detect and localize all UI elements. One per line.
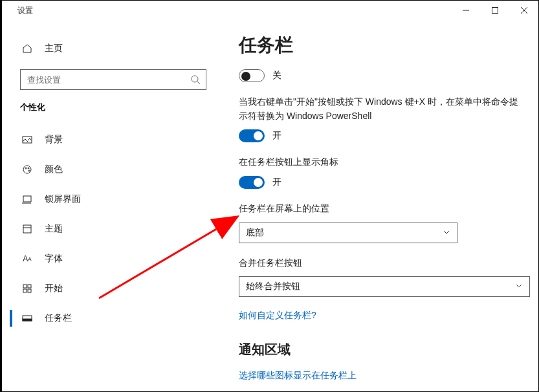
subsection-title: 通知区域 [239,341,523,358]
svg-rect-1 [492,8,498,14]
setting-combine: 合并任务栏按钮 始终合并按钮 [239,256,523,298]
svg-point-8 [25,168,27,169]
dropdown-taskbar-position[interactable]: 底部 [239,223,457,243]
toggle-label: 开 [272,130,281,142]
nav-item-label: 任务栏 [45,312,72,324]
setting-toggle-off-block: 关 [239,69,523,82]
svg-point-9 [28,168,29,169]
svg-rect-20 [23,319,32,321]
search-box[interactable] [20,69,206,90]
nav-item-background[interactable]: 背景 [10,125,216,155]
taskbar-icon [20,313,34,323]
lockscreen-icon [20,194,34,204]
setting-powershell: 当我右键单击"开始"按钮或按下 Windows 键+X 时，在菜单中将命令提示符… [239,95,523,142]
dropdown-combine-buttons[interactable]: 始终合并按钮 [239,276,530,297]
picture-icon [20,135,34,145]
toggle-powershell[interactable] [239,129,265,142]
svg-rect-18 [28,289,31,292]
page-title: 任务栏 [239,33,523,58]
search-icon [190,74,201,87]
setting-position: 任务栏在屏幕上的位置 底部 [239,202,523,243]
palette-icon [20,164,34,175]
toggle-label: 关 [272,70,281,82]
startmenu-icon [20,283,34,294]
nav-section-title: 个性化 [10,102,216,125]
chevron-down-icon [515,281,523,292]
svg-rect-16 [28,285,31,288]
link-customize-taskbar[interactable]: 如何自定义任务栏? [239,310,316,320]
setting-desc: 任务栏在屏幕上的位置 [239,202,523,216]
home-icon [20,43,34,54]
minimize-button[interactable] [451,1,480,20]
nav-item-label: 主题 [45,223,63,235]
close-button[interactable] [509,1,538,20]
nav-item-start[interactable]: 开始 [10,274,216,303]
svg-rect-15 [23,285,27,288]
toggle-label: 开 [272,177,281,188]
settings-window: 设置 主页 [10,1,538,391]
setting-badges: 在任务栏按钮上显示角标 开 [239,155,523,189]
link-select-icons[interactable]: 选择哪些图标显示在任务栏上 [239,370,357,380]
setting-desc: 当我右键单击"开始"按钮或按下 Windows 键+X 时，在菜单中将命令提示符… [239,95,523,123]
window-controls [451,1,538,20]
nav-item-label: 颜色 [45,164,63,175]
theme-icon [20,224,34,234]
setting-desc: 在任务栏按钮上显示角标 [239,155,523,169]
nav-item-fonts[interactable]: AA 字体 [10,244,216,274]
outer-frame: 设置 主页 [0,0,539,392]
nav-home[interactable]: 主页 [10,36,216,61]
font-icon: AA [20,254,34,263]
chevron-down-icon [443,228,450,238]
nav-item-label: 开始 [45,283,63,294]
window-body: 主页 个性化 背景 颜色 [10,20,538,391]
nav-item-taskbar[interactable]: 任务栏 [10,303,216,333]
svg-line-5 [197,82,200,84]
search-wrap [10,69,216,102]
maximize-button[interactable] [480,1,509,20]
content-pane: 任务栏 关 当我右键单击"开始"按钮或按下 Windows 键+X 时，在菜单中… [217,20,538,391]
dropdown-value: 底部 [246,227,264,239]
nav-home-label: 主页 [45,43,63,54]
window-title: 设置 [10,5,33,16]
svg-rect-11 [23,196,31,202]
left-nav: 主页 个性化 背景 颜色 [10,20,217,391]
dropdown-value: 始终合并按钮 [246,281,300,292]
nav-item-lockscreen[interactable]: 锁屏界面 [10,184,216,214]
svg-point-4 [192,76,198,82]
toggle-badges[interactable] [239,176,265,189]
nav-item-label: 锁屏界面 [45,193,81,205]
nav-item-label: 背景 [45,134,63,146]
svg-rect-6 [23,136,32,143]
help-link-block: 如何自定义任务栏? [239,310,523,321]
link-block: 选择哪些图标显示在任务栏上 [239,370,523,382]
title-bar: 设置 [10,1,538,20]
toggle-unknown-off[interactable] [239,69,265,82]
nav-item-colors[interactable]: 颜色 [10,155,216,184]
search-input[interactable] [21,70,206,89]
svg-rect-13 [23,225,31,233]
svg-point-10 [28,170,30,171]
svg-rect-17 [23,289,27,292]
nav-item-themes[interactable]: 主题 [10,214,216,244]
setting-desc: 合并任务栏按钮 [239,256,523,270]
nav-item-label: 字体 [45,253,63,265]
svg-point-7 [23,166,31,173]
